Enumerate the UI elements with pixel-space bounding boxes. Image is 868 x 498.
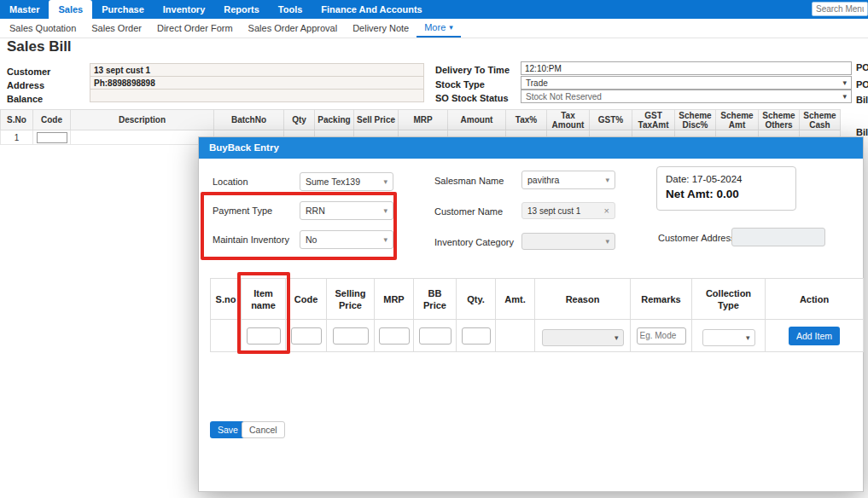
- cell-mrp: [375, 320, 414, 352]
- col-scheme-others: Scheme Others: [759, 110, 800, 130]
- remarks-input[interactable]: [637, 327, 686, 345]
- cell-bb-price: [414, 320, 457, 352]
- col-qty: Qty.: [457, 279, 496, 320]
- date-netamt-box: Date: 17-05-2024 Net Amt: 0.00: [656, 166, 796, 211]
- salesman-name-value: pavithra: [527, 175, 559, 185]
- screen: Master Sales Purchase Inventory Reports …: [0, 0, 868, 498]
- top-navbar: Master Sales Purchase Inventory Reports …: [0, 0, 868, 19]
- delivery-to-time-label: Delivery To Time: [435, 65, 510, 75]
- chevron-down-icon: ▾: [383, 177, 387, 186]
- salesman-name-label: Salesman Name: [434, 176, 504, 186]
- stock-type-value: Trade: [526, 78, 548, 88]
- close-icon[interactable]: ×: [604, 206, 609, 216]
- chevron-down-icon: ▾: [615, 333, 619, 342]
- cell-action: Add Item: [766, 320, 864, 352]
- col-mrp: MRP: [399, 110, 448, 130]
- cell-code: [33, 130, 71, 145]
- cell-description: [71, 130, 214, 145]
- col-code: Code: [33, 110, 71, 130]
- nav-tab-tools[interactable]: Tools: [269, 0, 312, 19]
- nav-tab-sales[interactable]: Sales: [49, 0, 92, 19]
- page-title: Sales Bill: [7, 38, 72, 55]
- col-code: Code: [286, 279, 327, 320]
- so-stock-status-select[interactable]: Stock Not Reserved ▾: [521, 90, 852, 103]
- mrp-input[interactable]: [379, 327, 410, 345]
- subnav-more[interactable]: More ▾: [417, 19, 461, 38]
- customer-input[interactable]: [90, 63, 424, 77]
- buyback-items-table: S.no Item name Code Selling Price MRP BB…: [210, 278, 864, 352]
- chevron-down-icon: ▾: [605, 176, 609, 184]
- col-reason: Reason: [535, 279, 631, 320]
- col-item-name: Item name: [242, 279, 286, 320]
- item-name-input[interactable]: [247, 327, 281, 345]
- col-sell-price: Sell Price: [354, 110, 399, 130]
- subnav-delivery-note[interactable]: Delivery Note: [345, 19, 417, 38]
- payment-type-select[interactable]: RRN ▾: [300, 201, 393, 220]
- col-tax-pct: Tax%: [506, 110, 547, 130]
- collection-type-select[interactable]: ▾: [702, 329, 755, 346]
- date-text: Date: 17-05-2024: [666, 174, 787, 184]
- cell-code: [286, 320, 327, 352]
- inventory-category-select[interactable]: ▾: [521, 233, 615, 250]
- nav-tab-purchase[interactable]: Purchase: [92, 0, 154, 19]
- col-sno: S.No: [1, 110, 33, 130]
- cell-remarks: [631, 320, 692, 352]
- save-button[interactable]: Save: [210, 421, 246, 438]
- col-scheme-amt: Scheme Amt: [716, 110, 759, 130]
- cell-selling-price: [327, 320, 375, 352]
- inventory-category-label: Inventory Category: [434, 237, 514, 247]
- chevron-down-icon: ▾: [383, 235, 387, 244]
- buyback-table-header-row: S.no Item name Code Selling Price MRP BB…: [211, 279, 864, 320]
- subnav-sales-order-approval[interactable]: Sales Order Approval: [241, 19, 346, 38]
- search-menu-input[interactable]: [812, 2, 868, 16]
- col-sno: S.no: [211, 279, 242, 320]
- chevron-down-icon: ▾: [449, 23, 453, 32]
- address-input[interactable]: [90, 76, 424, 90]
- chevron-down-icon: ▾: [842, 92, 847, 101]
- cell-item-name: [242, 320, 286, 352]
- selling-price-input[interactable]: [333, 327, 369, 345]
- chevron-down-icon: ▾: [605, 237, 609, 246]
- col-action: Action: [766, 279, 864, 320]
- stock-type-select[interactable]: Trade ▾: [521, 76, 852, 90]
- reason-select[interactable]: ▾: [542, 329, 624, 346]
- balance-label: Balance: [7, 94, 43, 104]
- col-collection-type: Collection Type: [692, 279, 766, 320]
- stock-type-label: Stock Type: [435, 79, 485, 90]
- qty-input[interactable]: [462, 327, 491, 345]
- col-packing: Packing: [315, 110, 354, 130]
- col-selling-price: Selling Price: [327, 279, 375, 320]
- delivery-to-time-input[interactable]: [521, 61, 852, 75]
- customer-address-input[interactable]: [731, 228, 825, 246]
- customer-name-tag[interactable]: 13 sept cust 1 ×: [521, 202, 615, 219]
- salesman-name-select[interactable]: pavithra ▾: [521, 171, 615, 189]
- subnav-direct-order-form[interactable]: Direct Order Form: [149, 19, 241, 38]
- nav-tab-inventory[interactable]: Inventory: [154, 0, 215, 19]
- location-label: Location: [213, 177, 248, 187]
- location-select[interactable]: Sume Tex139 ▾: [300, 172, 393, 191]
- maintain-inventory-value: No: [306, 235, 317, 245]
- balance-input[interactable]: [90, 89, 424, 102]
- nav-tab-master[interactable]: Master: [0, 0, 49, 19]
- location-value: Sume Tex139: [306, 177, 360, 187]
- subnav-sales-quotation[interactable]: Sales Quotation: [2, 19, 84, 38]
- subnav-sales-order[interactable]: Sales Order: [84, 19, 149, 38]
- code-input[interactable]: [37, 132, 67, 143]
- edge-label-bill-1: Bill: [856, 95, 868, 105]
- add-item-button[interactable]: Add Item: [789, 327, 840, 345]
- nav-tab-reports[interactable]: Reports: [214, 0, 269, 19]
- chevron-down-icon: ▾: [383, 206, 387, 215]
- col-description: Description: [71, 110, 214, 130]
- nav-tab-finance-accounts[interactable]: Finance And Accounts: [312, 0, 431, 19]
- col-amount: Amount: [448, 110, 506, 130]
- chevron-down-icon: ▾: [746, 333, 750, 342]
- maintain-inventory-select[interactable]: No ▾: [300, 230, 393, 249]
- col-gst-pct: GST%: [590, 110, 632, 130]
- so-stock-status-label: SO Stock Status: [435, 93, 509, 103]
- edge-label-po-2: PO: [856, 79, 868, 90]
- item-code-input[interactable]: [291, 327, 322, 345]
- col-batchno: BatchNo: [214, 110, 284, 130]
- col-bb-price: BB Price: [414, 279, 457, 320]
- bb-price-input[interactable]: [419, 327, 451, 345]
- cancel-button[interactable]: Cancel: [242, 421, 285, 438]
